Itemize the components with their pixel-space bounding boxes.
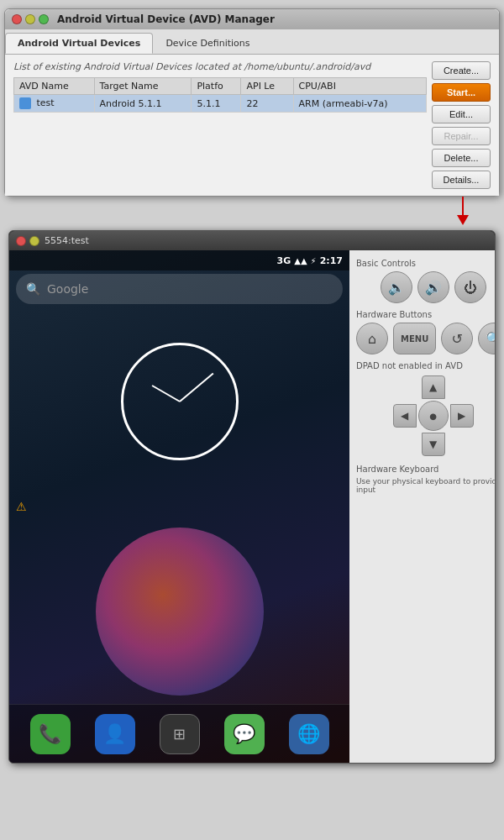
details-button[interactable]: Details... [432,171,491,189]
emulator-window: 5554:test 3G ▲▲ ⚡ 2:17 🔍 Google [8,230,496,764]
avd-table: AVD Name Target Name Platfo API Le CPU/A… [13,77,427,113]
avd-sidebar: Create... Start... Edit... Repair... Del… [432,61,491,189]
search-icon: 🔍 [26,282,40,296]
menu-button[interactable]: MENU [393,323,436,354]
col-avd-name: AVD Name [14,78,95,95]
avd-device-icon [19,97,31,109]
signal-icon: ▲▲ [294,256,307,265]
avd-tabs: Android Virtual Devices Device Definitio… [5,29,499,55]
dock-bar: 📞 👤 ⊞ 💬 🌐 [9,704,349,763]
hardware-buttons-title: Hardware Buttons [356,310,496,319]
cell-cpu: ARM (armeabi-v7a) [293,95,426,113]
cell-avd-name: test [14,95,95,113]
titlebar-buttons [12,14,49,24]
dock-contacts-icon[interactable]: 👤 [95,714,135,754]
cell-target: Android 5.1.1 [94,95,192,113]
android-screen[interactable]: 3G ▲▲ ⚡ 2:17 🔍 Google ⚠ [9,250,349,763]
delete-button[interactable]: Delete... [432,149,491,167]
emu-titlebar-buttons [16,236,39,246]
window-title: Android Virtual Device (AVD) Manager [57,13,275,25]
volume-down-button[interactable]: 🔈 [381,271,412,303]
google-search-bar[interactable]: 🔍 Google [16,274,343,304]
search-placeholder: Google [47,282,88,296]
dpad-section: DPAD not enabled in AVD ▲ ▼ ◀ ▶ ● [356,361,496,458]
keyboard-section: Hardware Keyboard Use your physical keyb… [356,465,496,494]
dpad-up-button[interactable]: ▲ [422,375,445,399]
avd-content: List of existing Android Virtual Devices… [5,55,499,196]
battery-icon: ⚡ [311,256,317,265]
search-button[interactable]: 🔍 [478,323,496,354]
repair-button[interactable]: Repair... [432,127,491,145]
col-api-level: API Le [241,78,293,95]
avd-main-panel: List of existing Android Virtual Devices… [13,61,427,189]
hour-hand [151,385,180,402]
dpad-right-button[interactable]: ▶ [450,404,474,428]
tab-device-definitions[interactable]: Device Definitions [153,33,262,54]
keyboard-title: Hardware Keyboard [356,465,496,474]
arrow-container [0,197,504,230]
minute-hand [179,373,213,402]
dpad-title: DPAD not enabled in AVD [356,361,496,370]
tab-android-virtual-devices[interactable]: Android Virtual Devices [5,33,153,54]
emulator-title: 5554:test [45,235,89,246]
avd-description: List of existing Android Virtual Devices… [13,61,427,72]
emu-minimize-button[interactable] [29,236,39,246]
volume-up-button[interactable]: 🔊 [417,271,449,303]
dock-apps-icon[interactable]: ⊞ [160,714,200,754]
table-row[interactable]: test Android 5.1.1 5.1.1 22 ARM (armeabi… [14,95,427,113]
basic-controls-title: Basic Controls [356,259,496,268]
back-button[interactable]: ↺ [441,323,473,354]
emulator-titlebar: 5554:test [9,231,495,250]
dpad: ▲ ▼ ◀ ▶ ● [391,374,475,458]
home-button[interactable]: ⌂ [356,323,388,354]
keyboard-description: Use your physical keyboard to provide in… [356,477,496,494]
basic-controls-section: Basic Controls 🔈 🔊 ⏻ [356,259,496,303]
arrow-head [457,215,469,225]
close-button[interactable] [12,14,22,24]
start-button[interactable]: Start... [432,83,491,102]
cell-api: 22 [241,95,293,113]
analog-clock [121,343,239,460]
controls-panel: Basic Controls 🔈 🔊 ⏻ Hardware Buttons ⌂ … [349,250,496,763]
maximize-button[interactable] [39,14,49,24]
dpad-left-button[interactable]: ◀ [393,404,417,428]
network-type: 3G [277,255,291,266]
col-target-name: Target Name [94,78,192,95]
create-button[interactable]: Create... [432,61,491,80]
background-orb [96,528,264,696]
dock-browser-icon[interactable]: 🌐 [289,714,329,754]
hardware-buttons-row: ⌂ MENU ↺ 🔍 [356,323,496,354]
emu-close-button[interactable] [16,236,26,246]
avd-titlebar: Android Virtual Device (AVD) Manager [5,9,499,29]
minimize-button[interactable] [25,14,35,24]
emulator-body: 3G ▲▲ ⚡ 2:17 🔍 Google ⚠ [9,250,495,763]
col-platform: Platfo [192,78,241,95]
dock-messages-icon[interactable]: 💬 [224,714,265,754]
clock-face [121,343,239,460]
edit-button[interactable]: Edit... [432,105,491,123]
status-bar: 3G ▲▲ ⚡ 2:17 [9,250,349,270]
col-cpu-abi: CPU/ABI [293,78,426,95]
warning-icon: ⚠ [16,500,27,513]
table-header-row: AVD Name Target Name Platfo API Le CPU/A… [14,78,427,95]
avd-manager-window: Android Virtual Device (AVD) Manager And… [4,8,500,197]
basic-controls-row: 🔈 🔊 ⏻ [356,271,496,303]
dpad-center-button[interactable]: ● [418,401,449,431]
cell-platform: 5.1.1 [192,95,241,113]
dpad-down-button[interactable]: ▼ [422,433,445,456]
dock-phone-icon[interactable]: 📞 [30,714,71,754]
clock-time: 2:17 [320,255,343,266]
hardware-buttons-section: Hardware Buttons ⌂ MENU ↺ 🔍 [356,310,496,354]
power-button[interactable]: ⏻ [454,271,486,303]
